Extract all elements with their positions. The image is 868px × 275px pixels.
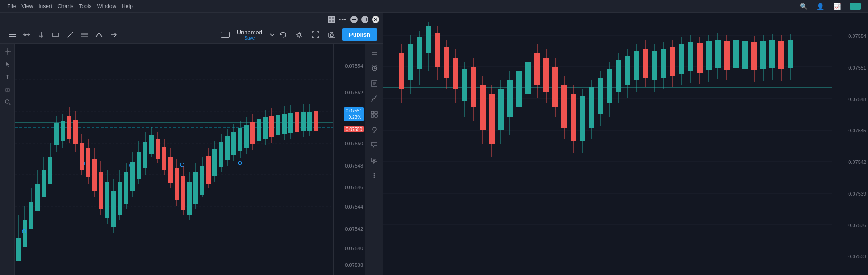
svg-rect-12 (408, 44, 413, 80)
toolbar-right: Publish (277, 28, 377, 41)
tool-hlines-btn[interactable] (78, 28, 91, 41)
tool-line-btn[interactable] (64, 28, 76, 41)
svg-rect-97 (329, 17, 331, 19)
tool-arrow-btn[interactable] (35, 28, 47, 41)
window-grid-btn[interactable] (328, 16, 335, 23)
svg-rect-102 (363, 18, 367, 21)
tool-arrow-right-btn[interactable] (107, 28, 120, 41)
tool-uptriangle-btn[interactable] (93, 28, 105, 41)
svg-rect-232 (295, 112, 299, 132)
trading-icon[interactable]: 📈 (833, 3, 841, 10)
svg-rect-98 (332, 17, 334, 19)
publish-button[interactable]: Publish (342, 28, 377, 41)
sidebar-trending-icon[interactable] (367, 92, 382, 106)
svg-rect-76 (697, 43, 703, 73)
chart-main: USDT (15, 44, 333, 275)
svg-rect-32 (498, 89, 504, 130)
svg-rect-54 (598, 78, 603, 114)
sidebar-ideas-icon[interactable] (367, 122, 382, 137)
svg-rect-149 (48, 157, 52, 184)
tool-menu-btn[interactable] (6, 28, 19, 41)
price-level-5: 0.07546 (345, 185, 363, 190)
svg-rect-90 (760, 41, 766, 69)
left-tool-zoom[interactable] (2, 96, 14, 108)
svg-rect-208 (219, 142, 223, 167)
svg-rect-139 (16, 238, 21, 261)
svg-rect-155 (67, 116, 71, 139)
svg-rect-56 (607, 69, 612, 103)
os-bar-right: 🔍 👤 📈 (800, 3, 861, 10)
camera-icon[interactable] (326, 28, 338, 41)
sidebar-notes-icon[interactable] (367, 76, 382, 91)
price-level-3: 0.07550 (345, 141, 363, 146)
menu-view[interactable]: View (21, 3, 33, 9)
left-tool-crosshair[interactable] (2, 46, 14, 57)
settings-icon[interactable] (293, 28, 306, 41)
sidebar-screener-icon[interactable] (367, 107, 382, 121)
sidebar-more-icon[interactable] (367, 168, 382, 183)
svg-rect-218 (250, 122, 255, 144)
svg-rect-147 (42, 170, 46, 197)
left-tool-text[interactable]: T (2, 71, 14, 83)
svg-point-261 (373, 173, 375, 175)
svg-rect-101 (352, 19, 356, 20)
svg-rect-50 (580, 96, 585, 141)
svg-rect-28 (480, 85, 486, 130)
tool-hline-btn[interactable] (20, 28, 33, 41)
window-minimize-btn[interactable] (350, 16, 358, 23)
menu-window[interactable]: Window (97, 3, 117, 9)
sidebar-watchlist-icon[interactable] (367, 46, 382, 60)
svg-rect-157 (73, 120, 78, 144)
price-axis: 0.07554 0.07552 0.07551 +0.23% 0.07550 0… (333, 44, 365, 275)
user-icon[interactable]: 👤 (816, 3, 824, 10)
price-level-1: 0.07552 (345, 90, 363, 95)
svg-rect-167 (99, 172, 103, 209)
svg-rect-36 (516, 71, 522, 107)
chart-name-btn[interactable]: Unnamed Save (233, 28, 266, 42)
svg-rect-105 (9, 33, 16, 33)
svg-rect-38 (525, 62, 531, 94)
chart-save-label: Save (244, 36, 255, 41)
refresh-icon[interactable] (277, 28, 289, 41)
left-tool-pointer[interactable] (2, 58, 14, 70)
svg-rect-197 (187, 182, 192, 215)
menu-tools[interactable]: Tools (79, 3, 92, 9)
svg-rect-230 (288, 113, 293, 133)
svg-rect-214 (238, 128, 242, 151)
sidebar-messages-icon[interactable] (367, 153, 382, 168)
svg-rect-26 (471, 67, 476, 107)
window-maximize-btn[interactable] (361, 16, 368, 23)
svg-rect-238 (314, 111, 318, 131)
svg-rect-176 (124, 172, 128, 204)
svg-rect-252 (371, 111, 374, 114)
svg-rect-145 (35, 184, 40, 211)
menu-file[interactable]: File (7, 3, 16, 9)
sidebar-alarm-icon[interactable] (367, 61, 382, 75)
toolbar: Unnamed Save (0, 26, 383, 44)
window-close-btn[interactable] (372, 16, 379, 23)
tool-rect-btn[interactable] (49, 28, 62, 41)
main-price-axis: 0.07554 0.07551 0.07548 0.07545 0.07542 … (832, 13, 868, 275)
svg-rect-24 (462, 69, 467, 101)
main-price-label-5: 0.07539 (848, 191, 866, 196)
svg-rect-34 (507, 80, 513, 117)
svg-rect-20 (444, 47, 449, 78)
svg-point-256 (373, 127, 376, 131)
svg-rect-224 (269, 116, 274, 137)
sidebar-chat-icon[interactable] (367, 138, 382, 152)
price-current-ask: 0.07550 (344, 126, 364, 132)
left-tool-eraser[interactable] (2, 84, 14, 95)
menu-insert[interactable]: Insert (38, 3, 52, 9)
window-dots-btn[interactable]: ••• (339, 16, 347, 23)
main-price-label-6: 0.07536 (848, 223, 866, 228)
svg-rect-68 (661, 49, 666, 78)
menu-help[interactable]: Help (122, 3, 133, 9)
svg-rect-254 (371, 115, 374, 117)
fullscreen-icon[interactable] (309, 28, 322, 41)
menu-charts[interactable]: Charts (57, 3, 73, 9)
svg-rect-226 (276, 115, 280, 135)
window-titlebar: ••• (0, 13, 383, 26)
search-icon[interactable]: 🔍 (800, 3, 807, 10)
os-bar: File View Insert Charts Tools Window Hel… (0, 0, 868, 13)
svg-rect-66 (652, 51, 657, 80)
